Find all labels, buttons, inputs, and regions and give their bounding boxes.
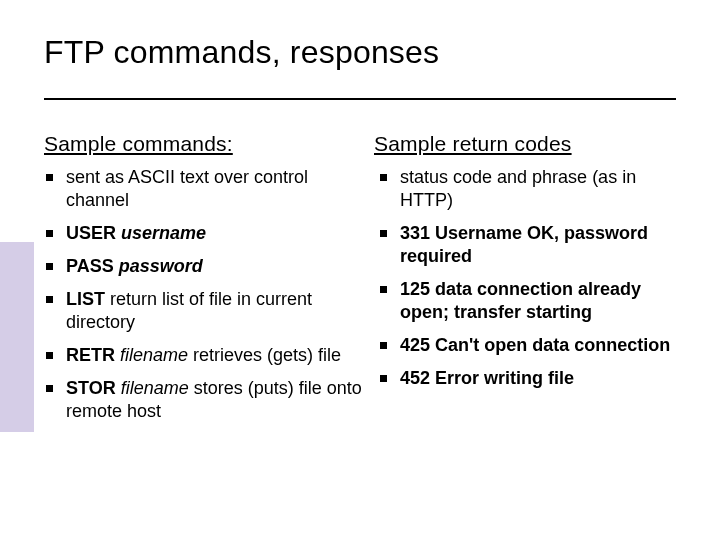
slide: FTP commands, responses Sample commands:… bbox=[0, 0, 720, 540]
left-heading: Sample commands: bbox=[44, 132, 374, 156]
command-arg: password bbox=[119, 256, 203, 276]
list-item: 452 Error writing file bbox=[374, 367, 684, 390]
list-item: RETR filename retrieves (gets) file bbox=[44, 344, 374, 367]
column-right: Sample return codes status code and phra… bbox=[374, 132, 684, 433]
left-list: sent as ASCII text over control channel … bbox=[44, 166, 374, 423]
columns: Sample commands: sent as ASCII text over… bbox=[44, 132, 684, 433]
command-arg: filename bbox=[121, 378, 189, 398]
command-keyword: USER bbox=[66, 223, 121, 243]
list-item: 331 Username OK, password required bbox=[374, 222, 684, 268]
list-item: 125 data connection already open; transf… bbox=[374, 278, 684, 324]
command-keyword: STOR bbox=[66, 378, 121, 398]
item-text: sent as ASCII text over control channel bbox=[66, 167, 308, 210]
item-text: retrieves (gets) file bbox=[188, 345, 341, 365]
right-heading: Sample return codes bbox=[374, 132, 684, 156]
item-text: status code and phrase (as in HTTP) bbox=[400, 167, 636, 210]
list-item: STOR filename stores (puts) file onto re… bbox=[44, 377, 374, 423]
command-arg: filename bbox=[120, 345, 188, 365]
accent-bar bbox=[0, 242, 34, 432]
column-left: Sample commands: sent as ASCII text over… bbox=[44, 132, 374, 433]
list-item: PASS password bbox=[44, 255, 374, 278]
command-keyword: PASS bbox=[66, 256, 119, 276]
item-text: 125 data connection already open; transf… bbox=[400, 279, 641, 322]
item-text: 425 Can't open data connection bbox=[400, 335, 670, 355]
item-text: 331 Username OK, password required bbox=[400, 223, 648, 266]
title-rule bbox=[44, 98, 676, 100]
slide-title: FTP commands, responses bbox=[44, 34, 439, 71]
list-item: 425 Can't open data connection bbox=[374, 334, 684, 357]
right-list: status code and phrase (as in HTTP) 331 … bbox=[374, 166, 684, 390]
list-item: LIST return list of file in current dire… bbox=[44, 288, 374, 334]
list-item: status code and phrase (as in HTTP) bbox=[374, 166, 684, 212]
item-text: 452 Error writing file bbox=[400, 368, 574, 388]
command-keyword: RETR bbox=[66, 345, 120, 365]
command-arg: username bbox=[121, 223, 206, 243]
command-keyword: LIST bbox=[66, 289, 105, 309]
list-item: USER username bbox=[44, 222, 374, 245]
list-item: sent as ASCII text over control channel bbox=[44, 166, 374, 212]
